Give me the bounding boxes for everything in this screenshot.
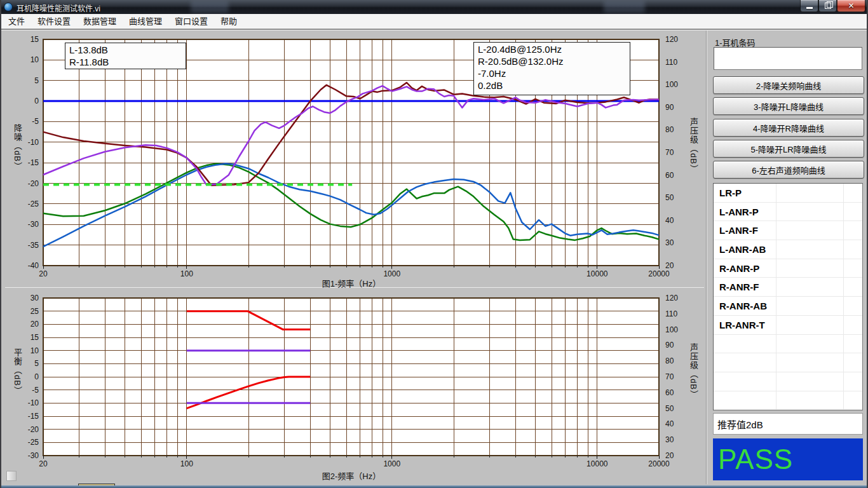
menu-window-settings[interactable]: 窗口设置	[168, 14, 214, 29]
svg-text:-20: -20	[28, 179, 39, 188]
window-left-border	[0, 0, 1, 488]
list-cell	[844, 221, 862, 240]
list-item-label: R-ANR-P	[714, 259, 776, 278]
list-item[interactable]: LR-P	[714, 184, 862, 203]
list-item-label: L-ANR-F	[714, 221, 776, 240]
button-nr-on-L-curve[interactable]: 3-降噪开L降噪曲线	[713, 97, 864, 115]
list-cell	[844, 203, 862, 221]
list-cell	[776, 353, 844, 372]
menu-help[interactable]: 帮助	[214, 14, 243, 29]
svg-text:90: 90	[665, 103, 674, 112]
balance-graph[interactable]: -30-25-20-15-10-505101520253020304050607…	[5, 289, 705, 481]
svg-text:-35: -35	[28, 241, 39, 250]
minimize-button[interactable]	[800, 0, 818, 12]
divider	[0, 29, 868, 30]
scrollbar-thumb[interactable]	[6, 471, 17, 481]
chart1-annotation-lr-values: L-13.8dB R-11.8dB	[65, 43, 186, 69]
list-cell	[844, 391, 862, 410]
list-item[interactable]: L-ANR-AB	[714, 240, 862, 259]
list-cell	[776, 372, 844, 391]
divider	[706, 30, 707, 484]
svg-text:15: 15	[31, 35, 39, 44]
restore-button[interactable]	[818, 0, 837, 12]
chart2-y-axis-title: 平衡（dB）	[11, 348, 24, 395]
button-lr-channel-freq-response[interactable]: 6-左右声道频响曲线	[713, 161, 864, 179]
button-nr-off-freq-response[interactable]: 2-降噪关频响曲线	[713, 76, 864, 94]
svg-text:70: 70	[665, 148, 674, 157]
svg-text:50: 50	[665, 193, 674, 202]
pass-fail-indicator: PASS	[713, 438, 863, 480]
svg-text:1000: 1000	[383, 459, 400, 468]
svg-text:110: 110	[665, 309, 677, 318]
svg-text:5: 5	[34, 359, 39, 368]
annotation-line: 0.2dB	[478, 79, 627, 92]
svg-text:120: 120	[665, 294, 678, 302]
list-item[interactable]: L-ANR-P	[714, 203, 862, 222]
svg-text:-15: -15	[28, 412, 39, 421]
list-item[interactable]: R-ANR-P	[714, 259, 862, 278]
annotation-line: R-20.5dB@132.0Hz	[478, 55, 627, 67]
list-item-empty[interactable]	[714, 372, 862, 391]
menu-data-management[interactable]: 数据管理	[77, 14, 123, 29]
button-nr-on-LR-curve[interactable]: 5-降噪开LR降噪曲线	[713, 140, 864, 158]
svg-text:10: 10	[31, 55, 39, 64]
chart1-annotation-peak-values: L-20.4dB@125.0Hz R-20.5dB@132.0Hz -7.0Hz…	[473, 42, 630, 95]
list-item[interactable]: R-ANR-AB	[714, 297, 862, 316]
svg-text:10: 10	[31, 346, 39, 355]
title-bar[interactable]: 耳机降噪性能测试软件.vi ✕	[0, 0, 868, 15]
svg-text:80: 80	[665, 125, 674, 134]
menu-file[interactable]: 文件	[2, 14, 31, 29]
svg-text:-10: -10	[28, 398, 39, 407]
chart2-x-axis-title: 图2-频率（Hz）	[322, 470, 381, 482]
menu-software-settings[interactable]: 软件设置	[31, 14, 77, 29]
list-cell	[844, 335, 862, 353]
list-item-empty[interactable]	[714, 391, 862, 410]
list-item[interactable]: R-ANR-F	[714, 278, 862, 297]
svg-text:-5: -5	[32, 117, 39, 126]
list-cell	[776, 259, 844, 278]
svg-text:100: 100	[180, 459, 193, 468]
svg-text:0: 0	[34, 372, 39, 381]
svg-text:60: 60	[665, 388, 674, 397]
close-button[interactable]: ✕	[837, 0, 865, 12]
list-cell	[844, 353, 862, 372]
measurement-list: LR-P L-ANR-P L-ANR-F L-ANR-AB R-ANR-P R-…	[713, 183, 863, 410]
list-item-empty[interactable]	[714, 353, 862, 372]
list-item-label: L-ANR-P	[714, 203, 776, 221]
svg-text:80: 80	[665, 356, 674, 365]
recommended-value-box: 推荐值2dB	[713, 413, 863, 435]
svg-text:20: 20	[31, 320, 39, 329]
svg-text:100: 100	[180, 269, 193, 278]
list-cell	[776, 221, 844, 240]
button-nr-on-R-curve[interactable]: 4-降噪开R降噪曲线	[713, 119, 864, 137]
list-cell	[776, 297, 844, 315]
list-cell	[776, 391, 844, 410]
svg-text:40: 40	[665, 419, 674, 428]
app-icon	[4, 3, 13, 11]
svg-text:20: 20	[665, 261, 674, 270]
list-item-empty[interactable]	[714, 335, 862, 354]
list-cell	[776, 335, 844, 353]
svg-text:1000: 1000	[383, 269, 400, 278]
svg-text:15: 15	[31, 333, 39, 342]
list-item[interactable]: LR-ANR-T	[714, 316, 862, 335]
svg-text:20: 20	[665, 451, 674, 460]
list-item[interactable]: L-ANR-F	[714, 221, 862, 240]
svg-text:100: 100	[665, 80, 678, 89]
menu-curve-management[interactable]: 曲线管理	[123, 14, 168, 29]
list-item-label	[714, 391, 776, 410]
svg-text:-20: -20	[28, 425, 39, 434]
svg-text:70: 70	[665, 372, 674, 381]
svg-text:0: 0	[34, 97, 39, 105]
list-item-label	[714, 335, 776, 353]
list-cell	[776, 203, 844, 221]
list-cell	[776, 278, 844, 296]
annotation-line: -7.0Hz	[478, 67, 627, 79]
list-item-label	[714, 372, 776, 391]
chart2-right-axis-title: 声压级（dB）	[688, 343, 700, 399]
svg-text:20: 20	[39, 459, 48, 468]
barcode-input[interactable]	[714, 47, 862, 70]
menu-bar: 文件 软件设置 数据管理 曲线管理 窗口设置 帮助	[1, 14, 867, 29]
list-item-label: R-ANR-F	[714, 278, 776, 296]
list-item-label: R-ANR-AB	[714, 297, 776, 315]
